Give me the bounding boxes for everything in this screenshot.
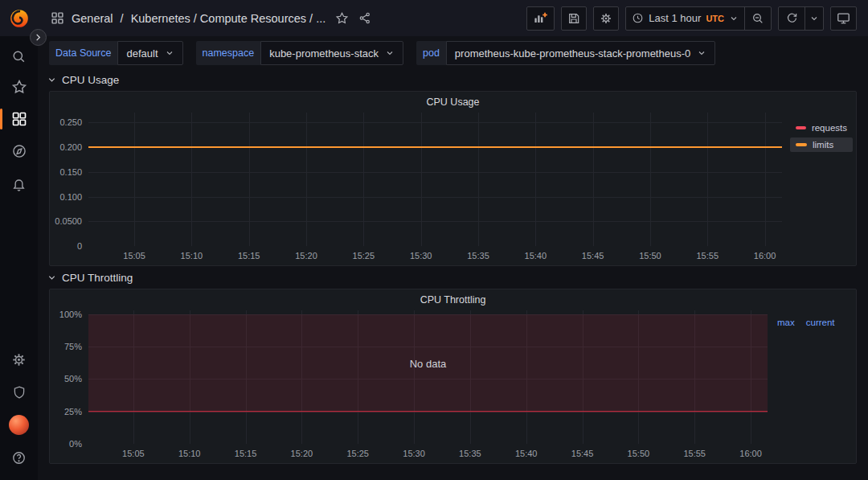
x-tick-label: 15:10 <box>178 449 201 458</box>
plot-area[interactable] <box>88 113 782 246</box>
h-gridline <box>88 122 782 123</box>
selected-value: prometheus-kube-prometheus-stack-prometh… <box>455 47 690 59</box>
v-gridline <box>593 113 594 246</box>
x-tick-label: 15:20 <box>291 449 313 458</box>
h-gridline <box>88 172 782 173</box>
star-dashboard-button[interactable] <box>335 11 349 25</box>
dashboard-toolbar: Last 1 hour UTC <box>526 6 857 31</box>
dashboard-settings-button[interactable] <box>593 6 619 31</box>
active-indicator <box>0 109 2 129</box>
plot-area[interactable]: No data <box>88 310 768 444</box>
selected-value: default <box>126 47 158 59</box>
h-gridline <box>88 221 782 222</box>
x-tick-label: 15:35 <box>467 251 489 261</box>
no-data-label: No data <box>410 358 447 370</box>
cycle-view-mode-button[interactable] <box>830 6 857 31</box>
legend-swatch <box>796 126 806 129</box>
y-axis: 0%25%50%75%100% <box>55 310 88 444</box>
zoom-out-time-button[interactable] <box>745 7 771 30</box>
y-tick-label: 50% <box>64 374 82 384</box>
sidebar <box>0 0 38 480</box>
top-header: General / Kubernetes / Compute Resources… <box>38 0 868 36</box>
time-range-label: Last 1 hour <box>649 12 701 24</box>
explore-compass-icon[interactable] <box>0 135 38 167</box>
starred-icon[interactable] <box>0 71 38 103</box>
legend-item-limits[interactable]: limits <box>790 137 853 152</box>
chevron-down-icon <box>385 48 395 58</box>
help-icon[interactable] <box>0 441 38 474</box>
panel-cpu-throttling: CPU Throttling 0%25%50%75%100% No data 1… <box>49 289 857 464</box>
chevron-down-icon <box>47 273 56 282</box>
alerting-bell-icon[interactable] <box>0 168 38 200</box>
x-tick-label: 15:45 <box>582 251 604 261</box>
legend-item-max[interactable]: max <box>777 318 795 462</box>
grafana-app: General / Kubernetes / Compute Resources… <box>0 0 868 480</box>
v-gridline <box>535 113 536 246</box>
variable-namespace: namespace kube-prometheus-stack <box>196 41 403 65</box>
grafana-logo[interactable] <box>9 8 30 29</box>
refresh-controls <box>778 6 824 31</box>
v-gridline <box>707 113 708 246</box>
datasource-select[interactable]: default <box>117 41 182 65</box>
user-avatar[interactable] <box>0 408 38 441</box>
v-gridline <box>363 113 364 246</box>
breadcrumb-folder[interactable]: General <box>72 12 113 25</box>
configuration-gear-icon[interactable] <box>0 343 38 375</box>
x-tick-label: 15:20 <box>295 251 317 261</box>
variable-label: namespace <box>196 41 261 65</box>
variable-label: pod <box>416 41 446 65</box>
y-axis: 00.05000.1000.1500.2000.250 <box>55 113 88 246</box>
panel-cpu-usage: CPU Usage 00.05000.1000.1500.2000.250 15… <box>49 91 857 266</box>
server-admin-shield-icon[interactable] <box>0 376 38 408</box>
variables-row: Data Source default namespace kube-prome… <box>38 36 868 68</box>
x-tick-label: 15:55 <box>683 449 706 458</box>
panel-title[interactable]: CPU Throttling <box>50 289 856 310</box>
x-tick-label: 15:05 <box>123 251 145 261</box>
pod-select[interactable]: prometheus-kube-prometheus-stack-prometh… <box>446 41 715 65</box>
legend: requestslimits <box>782 113 853 264</box>
row-header-cpu-throttling[interactable]: CPU Throttling <box>38 266 868 289</box>
y-tick-label: 0.200 <box>59 142 82 152</box>
y-tick-label: 0% <box>69 439 82 449</box>
save-dashboard-button[interactable] <box>561 6 587 31</box>
y-tick-label: 100% <box>59 310 82 319</box>
refresh-interval-dropdown[interactable] <box>805 7 823 30</box>
h-gridline <box>88 197 782 198</box>
dashboard-content: Data Source default namespace kube-prome… <box>38 36 868 480</box>
x-tick-label: 15:05 <box>122 449 145 458</box>
search-icon[interactable] <box>0 40 38 72</box>
refresh-button[interactable] <box>779 7 805 30</box>
x-tick-label: 15:15 <box>238 251 260 261</box>
row-title: CPU Throttling <box>62 272 133 284</box>
dashboard-quick-actions <box>335 11 372 25</box>
chevron-down-icon <box>165 48 174 58</box>
variable-pod: pod prometheus-kube-prometheus-stack-pro… <box>416 41 715 65</box>
x-tick-label: 15:40 <box>515 449 538 458</box>
series-line-limits <box>88 146 782 148</box>
threshold-line <box>88 411 768 412</box>
dashboards-icon[interactable] <box>0 103 38 135</box>
legend-item-requests[interactable]: requests <box>790 121 853 135</box>
variable-label: Data Source <box>49 41 117 65</box>
share-icon[interactable] <box>358 11 372 25</box>
x-tick-label: 15:30 <box>403 449 425 458</box>
legend: maxcurrent <box>768 310 853 462</box>
chevron-down-icon <box>47 76 56 84</box>
y-tick-label: 25% <box>64 407 82 416</box>
x-tick-label: 15:40 <box>525 251 547 261</box>
breadcrumb-separator: / <box>121 12 124 25</box>
panel-title[interactable]: CPU Usage <box>50 92 856 113</box>
v-gridline <box>421 113 422 246</box>
x-tick-label: 15:45 <box>571 449 594 458</box>
legend-item-current[interactable]: current <box>806 318 835 462</box>
namespace-select[interactable]: kube-prometheus-stack <box>260 41 403 65</box>
y-tick-label: 0.250 <box>59 117 82 127</box>
y-tick-label: 75% <box>64 342 82 351</box>
time-range-picker-button[interactable]: Last 1 hour UTC <box>626 7 744 30</box>
sidebar-expand-button[interactable] <box>30 29 47 46</box>
add-panel-button[interactable] <box>526 6 555 31</box>
breadcrumb-dashboard[interactable]: Kubernetes / Compute Resources / ... <box>131 12 326 25</box>
row-title: CPU Usage <box>62 74 119 86</box>
row-header-cpu-usage[interactable]: CPU Usage <box>38 68 868 91</box>
clock-icon <box>632 12 644 24</box>
